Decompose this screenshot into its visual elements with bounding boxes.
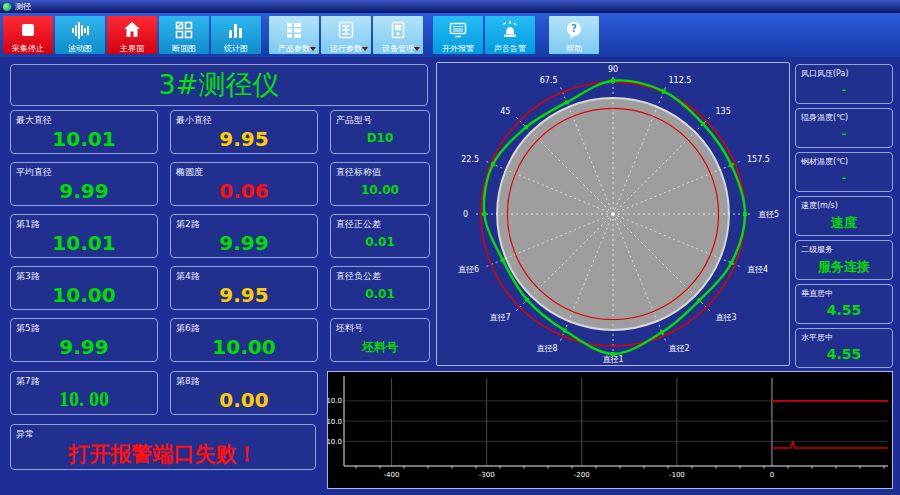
polar-spoke-label: 135 <box>716 107 731 116</box>
field-label: 最小直径 <box>176 114 212 127</box>
dropdown-arrow-icon[interactable] <box>362 47 368 51</box>
polar-spoke-label: 直径1 <box>602 355 623 364</box>
status-label: 速度(m/s) <box>801 200 838 211</box>
field-value: 0.06 <box>171 179 317 203</box>
toolbar: 采集停止波动图主界面断面图统计图产品参数运行参数设备管理开外报警声音告警?帮助 <box>0 13 900 57</box>
field-label: 直径负公差 <box>336 270 381 283</box>
field-box-第5路: 第5路9.99 <box>10 318 158 362</box>
keypad-icon <box>336 20 356 40</box>
trend-chart-panel: 10.010.010.0-400-300-200-1000 <box>327 371 893 489</box>
status-value: - <box>796 171 892 184</box>
field-value: 9.95 <box>171 127 317 151</box>
status-value: 速度 <box>796 214 892 232</box>
toolbar-button-label: 帮助 <box>566 43 582 54</box>
field-label: 椭圆度 <box>176 166 203 179</box>
dropdown-arrow-icon[interactable] <box>414 47 420 51</box>
app-icon <box>3 3 11 11</box>
status-box-风口风压(Pa): 风口风压(Pa)- <box>795 64 893 104</box>
toolbar-button-label: 设备管理 <box>382 43 414 54</box>
toolbar-button-9[interactable]: 开外报警 <box>433 16 483 54</box>
status-box-钢材温度(℃): 钢材温度(℃)- <box>795 152 893 192</box>
status-label: 钢材温度(℃) <box>801 156 848 167</box>
field-value: 9.99 <box>11 179 157 203</box>
toolbar-button-label: 主界面 <box>120 43 144 54</box>
field-value: 10.00 <box>11 283 157 307</box>
field-label: 第7路 <box>16 375 40 388</box>
home-icon <box>122 20 142 40</box>
field-box-产品型号: 产品型号D10 <box>330 110 430 154</box>
status-label: 水平居中 <box>801 332 833 343</box>
field-box-第2路: 第2路9.99 <box>170 214 318 258</box>
status-value: - <box>796 83 892 96</box>
toolbar-button-label: 采集停止 <box>12 43 44 54</box>
polar-spoke-label: 直径5 <box>758 210 779 219</box>
field-label: 第4路 <box>176 270 200 283</box>
dropdown-arrow-icon[interactable] <box>310 47 316 51</box>
field-value: 10.00 <box>331 183 429 197</box>
toolbar-button-7[interactable]: 运行参数 <box>321 16 371 54</box>
field-box-直径正公差: 直径正公差0.01 <box>330 214 430 258</box>
toolbar-button-8[interactable]: 设备管理 <box>373 16 423 54</box>
field-label: 第5路 <box>16 322 40 335</box>
field-value: 9.99 <box>11 335 157 359</box>
field-box-第3路: 第3路10.00 <box>10 266 158 310</box>
status-box-垂直居中: 垂直居中4.55 <box>795 284 893 324</box>
trend-ytick-label: 10.0 <box>328 438 342 446</box>
status-panel: 风口风压(Pa)-辊身温度(℃)-钢材温度(℃)-速度(m/s)速度二级服务服务… <box>795 62 893 370</box>
toolbar-button-6[interactable]: 产品参数 <box>269 16 319 54</box>
field-value: 坯料号 <box>331 339 429 356</box>
field-box-第8路: 第8路0.00 <box>170 371 318 415</box>
polar-spoke-label: 112.5 <box>668 76 691 85</box>
toolbar-button-10[interactable]: 声音告警 <box>485 16 535 54</box>
field-value: 0.00 <box>171 388 317 412</box>
polar-spoke-label: 0 <box>463 210 468 219</box>
field-label: 产品型号 <box>336 114 372 127</box>
device-icon <box>388 20 408 40</box>
section-icon <box>174 20 194 40</box>
toolbar-button-1[interactable]: 采集停止 <box>3 16 53 54</box>
field-value: 0.01 <box>331 287 429 301</box>
status-value: 服务连接 <box>796 258 892 276</box>
field-value: 10. 00 <box>11 388 157 411</box>
status-box-速度(m/s): 速度(m/s)速度 <box>795 196 893 236</box>
alarm-box: 异常 打开报警端口失败！ <box>10 424 316 470</box>
titlebar: 测径 <box>0 0 900 13</box>
toolbar-button-4[interactable]: 断面图 <box>159 16 209 54</box>
toolbar-button-3[interactable]: 主界面 <box>107 16 157 54</box>
polar-spoke-label: 90 <box>608 65 618 74</box>
field-label: 第3路 <box>16 270 40 283</box>
field-value: 0.01 <box>331 235 429 249</box>
polar-spoke-label: 157.5 <box>747 155 770 164</box>
polar-spoke-label: 直径4 <box>747 265 768 274</box>
field-box-最大直径: 最大直径10.01 <box>10 110 158 154</box>
toolbar-button-label: 产品参数 <box>278 43 310 54</box>
field-label: 最大直径 <box>16 114 52 127</box>
status-box-水平居中: 水平居中4.55 <box>795 328 893 368</box>
toolbar-button-label: 统计图 <box>224 43 248 54</box>
field-label: 第8路 <box>176 375 200 388</box>
toolbar-button-2[interactable]: 波动图 <box>55 16 105 54</box>
field-value: 10.00 <box>171 335 317 359</box>
trend-xtick-label: -300 <box>479 471 495 479</box>
trend-xtick-label: -100 <box>669 471 685 479</box>
toolbar-button-11[interactable]: ?帮助 <box>549 16 599 54</box>
trend-ytick-label: 10.0 <box>328 397 342 405</box>
toolbar-button-label: 开外报警 <box>442 43 474 54</box>
toolbar-button-5[interactable]: 统计图 <box>211 16 261 54</box>
section-profile-panel: 直径5157.5135112.59067.54522.50直径6直径7直径8直径… <box>436 62 790 366</box>
field-box-第6路: 第6路10.00 <box>170 318 318 362</box>
toolbar-button-label: 断面图 <box>172 43 196 54</box>
field-value: 10.01 <box>11 127 157 151</box>
status-label: 辊身温度(℃) <box>801 112 848 123</box>
field-box-直径负公差: 直径负公差0.01 <box>330 266 430 310</box>
status-label: 二级服务 <box>801 244 833 255</box>
status-value: - <box>796 127 892 140</box>
polar-spoke-label: 22.5 <box>461 155 479 164</box>
trend-chart: 10.010.010.0-400-300-200-1000 <box>328 372 892 488</box>
field-box-最小直径: 最小直径9.95 <box>170 110 318 154</box>
field-label: 第2路 <box>176 218 200 231</box>
polar-spoke-label: 直径3 <box>716 313 737 322</box>
field-label: 第1路 <box>16 218 40 231</box>
toolbar-button-label: 波动图 <box>68 43 92 54</box>
field-box-直径标称值: 直径标称值10.00 <box>330 162 430 206</box>
